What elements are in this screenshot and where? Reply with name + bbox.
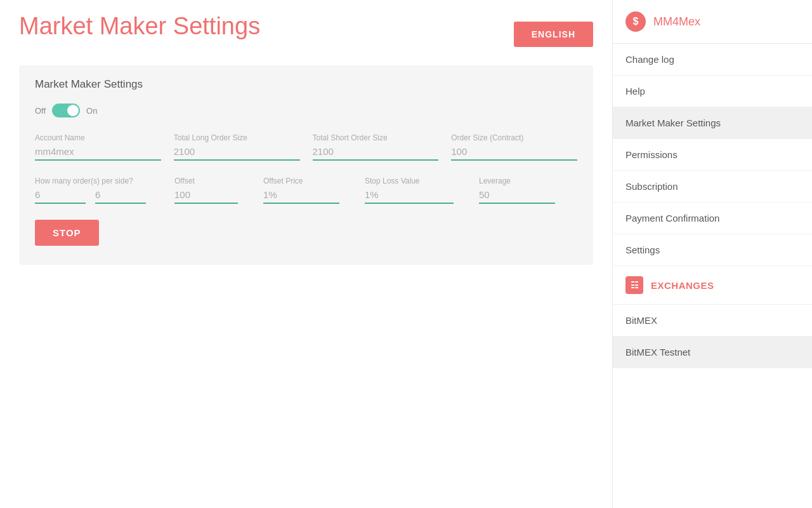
total-long-input[interactable]: [174, 146, 300, 161]
sidebar-item-bitmex[interactable]: BitMEX: [613, 305, 812, 337]
sidebar-item-market-maker-settings[interactable]: Market Maker Settings: [613, 107, 812, 139]
toggle-on-label: On: [86, 106, 97, 116]
sidebar-item-settings[interactable]: Settings: [613, 234, 812, 266]
sidebar-nav: Change log Help Market Maker Settings Pe…: [613, 44, 812, 508]
stop-button[interactable]: STOP: [35, 220, 99, 246]
sidebar-item-change-log[interactable]: Change log: [613, 44, 812, 76]
page-title: Market Maker Settings: [19, 13, 260, 40]
offset-price-label: Offset Price: [263, 177, 352, 185]
offset-price-group: Offset Price: [263, 177, 352, 204]
total-long-group: Total Long Order Size: [174, 133, 300, 161]
offset-price-input[interactable]: [263, 189, 339, 204]
toggle-switch[interactable]: [52, 104, 80, 117]
total-short-label: Total Short Order Size: [313, 133, 439, 142]
stop-loss-input[interactable]: [365, 189, 454, 204]
orders-per-side-label: How many order(s) per side?: [35, 177, 162, 185]
sidebar-item-subscription[interactable]: Subscription: [613, 171, 812, 203]
sidebar-header: $ MM4Mex: [613, 0, 812, 44]
offset-label: Offset: [174, 177, 251, 185]
stop-loss-label: Stop Loss Value: [365, 177, 466, 185]
leverage-label: Leverage: [479, 177, 568, 185]
order-size-input[interactable]: [451, 146, 577, 161]
account-name-group: Account Name: [35, 133, 161, 161]
account-name-label: Account Name: [35, 133, 161, 142]
sidebar-item-payment-confirmation[interactable]: Payment Confirmation: [613, 203, 812, 234]
header-row: Market Maker Settings ENGLISH: [19, 13, 593, 53]
card-title: Market Maker Settings: [35, 78, 577, 91]
fields-row-2: How many order(s) per side? Offset Offse…: [35, 177, 577, 204]
fields-row-1: Account Name Total Long Order Size Total…: [35, 133, 577, 161]
order-size-label: Order Size (Contract): [451, 133, 577, 142]
offset-input[interactable]: [174, 189, 238, 204]
sidebar-item-help[interactable]: Help: [613, 76, 812, 107]
exchanges-section-header[interactable]: ☷ EXCHANGES: [613, 266, 812, 305]
sidebar-item-permissions[interactable]: Permissions: [613, 139, 812, 171]
brand-logo-icon: $: [625, 11, 646, 32]
stop-loss-group: Stop Loss Value: [365, 177, 466, 204]
orders-per-side-input-2[interactable]: [95, 189, 146, 204]
toggle-off-label: Off: [35, 106, 46, 116]
brand-logo-char: $: [633, 16, 639, 27]
main-content: Market Maker Settings ENGLISH Market Mak…: [0, 0, 612, 508]
account-name-input[interactable]: [35, 146, 161, 161]
order-size-group: Order Size (Contract): [451, 133, 577, 161]
leverage-group: Leverage: [479, 177, 568, 204]
sidebar: $ MM4Mex Change log Help Market Maker Se…: [612, 0, 812, 508]
orders-per-side-input-1[interactable]: [35, 189, 86, 204]
language-button[interactable]: ENGLISH: [514, 22, 593, 47]
orders-per-side-group: How many order(s) per side?: [35, 177, 162, 204]
exchanges-icon: ☷: [625, 276, 643, 294]
exchanges-label: EXCHANGES: [651, 280, 714, 291]
leverage-input[interactable]: [479, 189, 555, 204]
exchanges-icon-char: ☷: [631, 280, 639, 290]
total-long-label: Total Long Order Size: [174, 133, 300, 142]
settings-card: Market Maker Settings Off On Account Nam…: [19, 65, 593, 265]
brand-name: MM4Mex: [653, 15, 700, 29]
orders-per-side-inputs: [35, 189, 162, 204]
offset-group: Offset: [174, 177, 251, 204]
toggle-row: Off On: [35, 104, 577, 117]
sidebar-item-bitmex-testnet[interactable]: BitMEX Testnet: [613, 337, 812, 368]
total-short-group: Total Short Order Size: [313, 133, 439, 161]
total-short-input[interactable]: [313, 146, 439, 161]
